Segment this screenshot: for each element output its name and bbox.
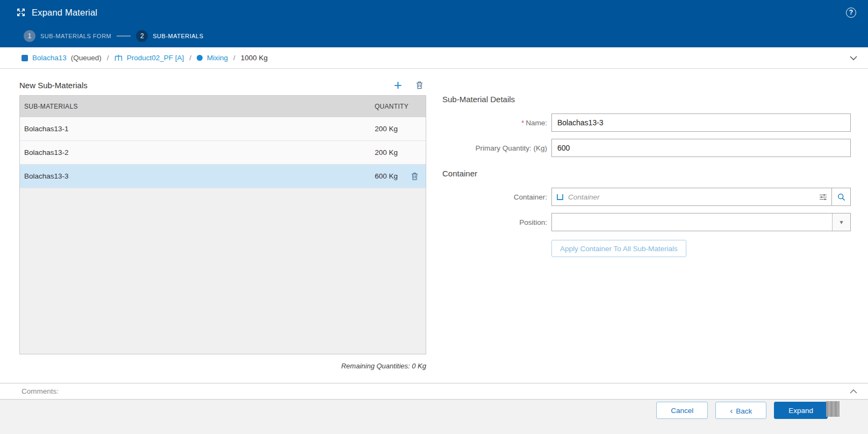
dropdown-caret-icon[interactable]: ▾ xyxy=(832,214,850,231)
column-header-sub-materials: SUB-MATERIALS xyxy=(20,103,307,110)
table-row[interactable]: Bolachas13-1 200 Kg xyxy=(20,117,426,141)
breadcrumb: Bolacha13 (Queued) / Product02_PF [A] / … xyxy=(0,47,868,69)
name-field[interactable] xyxy=(551,113,851,132)
product-icon xyxy=(114,54,123,61)
apply-container-button[interactable]: Apply Container To All Sub-Materials xyxy=(551,240,686,257)
primary-quantity-label: Primary Quantity: (Kg) xyxy=(442,144,547,152)
breadcrumb-separator: / xyxy=(107,54,109,62)
material-state: (Queued) xyxy=(71,54,102,62)
breadcrumb-separator: / xyxy=(233,54,235,62)
top-bar: Expand Material ? 1 SUB-MATERIALS FORM 2… xyxy=(0,0,868,47)
row-name: Bolachas13-2 xyxy=(20,148,307,156)
breadcrumb-step-link[interactable]: Mixing xyxy=(207,54,228,62)
sub-materials-panel: New Sub-Materials + SUB-MATERIALS QUANTI… xyxy=(19,76,426,383)
position-label: Position: xyxy=(442,218,547,226)
step-1-circle: 1 xyxy=(24,30,35,42)
column-header-quantity: QUANTITY xyxy=(307,103,426,110)
chevron-up-icon[interactable] xyxy=(850,389,857,394)
breadcrumb-material-link[interactable]: Bolacha13 xyxy=(32,54,67,62)
chevron-left-icon: ‹ xyxy=(730,406,733,415)
expand-material-icon xyxy=(16,8,26,17)
breadcrumb-separator: / xyxy=(189,54,191,62)
chevron-down-icon[interactable] xyxy=(850,56,857,60)
position-select[interactable]: ▾ xyxy=(551,213,851,231)
step-1-label: SUB-MATERIALS FORM xyxy=(40,33,111,39)
container-section-title: Container xyxy=(442,169,851,178)
filter-options-icon[interactable] xyxy=(819,194,827,201)
cancel-button[interactable]: Cancel xyxy=(656,402,708,419)
step-connector xyxy=(117,35,131,37)
remaining-quantities-value: 0 Kg xyxy=(412,362,426,370)
flow-step-icon xyxy=(197,55,203,61)
primary-quantity-field[interactable] xyxy=(551,139,851,157)
position-select-value xyxy=(552,214,832,231)
remaining-quantities: Remaining Quantities: 0 Kg xyxy=(19,362,426,370)
table-empty-area xyxy=(20,188,426,354)
row-delete-icon[interactable] xyxy=(411,172,418,180)
help-icon[interactable]: ? xyxy=(846,8,856,18)
row-quantity: 200 Kg xyxy=(307,148,426,156)
scroll-grip xyxy=(826,401,840,417)
table-header-row: SUB-MATERIALS QUANTITY xyxy=(20,96,426,117)
container-field[interactable] xyxy=(551,188,832,206)
details-panel: Sub-Material Details *Name: Primary Quan… xyxy=(426,76,851,383)
row-quantity: 600 Kg xyxy=(307,172,426,180)
container-input[interactable] xyxy=(568,188,815,205)
breadcrumb-quantity: 1000 Kg xyxy=(241,54,268,62)
details-panel-title: Sub-Material Details xyxy=(442,95,851,104)
container-search-button[interactable] xyxy=(831,188,851,206)
delete-sub-material-icon[interactable] xyxy=(416,81,423,89)
sub-materials-table: SUB-MATERIALS QUANTITY Bolachas13-1 200 … xyxy=(19,95,426,354)
footer-bar: Cancel ‹Back Expand xyxy=(0,400,868,434)
container-icon xyxy=(556,194,564,201)
required-marker: * xyxy=(521,119,524,127)
wizard-steps: 1 SUB-MATERIALS FORM 2 SUB-MATERIALS xyxy=(0,25,868,47)
table-row[interactable]: Bolachas13-2 200 Kg xyxy=(20,141,426,165)
row-quantity: 200 Kg xyxy=(307,125,426,133)
back-button[interactable]: ‹Back xyxy=(715,402,766,419)
step-2-label: SUB-MATERIALS xyxy=(153,33,203,39)
comments-bar[interactable]: Comments: xyxy=(0,383,868,400)
sub-materials-panel-title: New Sub-Materials xyxy=(19,81,88,90)
step-sub-materials[interactable]: 2 SUB-MATERIALS xyxy=(136,30,203,42)
expand-button[interactable]: Expand xyxy=(774,402,828,419)
comments-label: Comments: xyxy=(21,387,59,395)
material-icon xyxy=(21,55,28,61)
container-label: Container: xyxy=(442,193,547,201)
table-row-selected[interactable]: Bolachas13-3 600 Kg xyxy=(20,165,426,188)
main-content: New Sub-Materials + SUB-MATERIALS QUANTI… xyxy=(0,69,868,383)
name-label: *Name: xyxy=(442,119,547,127)
page-title: Expand Material xyxy=(32,8,97,18)
add-sub-material-icon[interactable]: + xyxy=(394,80,402,90)
remaining-quantities-label: Remaining Quantities: xyxy=(341,362,410,370)
step-2-circle: 2 xyxy=(136,30,148,42)
row-name: Bolachas13-1 xyxy=(20,125,307,133)
step-sub-materials-form[interactable]: 1 SUB-MATERIALS FORM xyxy=(24,30,111,42)
breadcrumb-product-link[interactable]: Product02_PF [A] xyxy=(127,54,184,62)
row-name: Bolachas13-3 xyxy=(20,172,307,180)
